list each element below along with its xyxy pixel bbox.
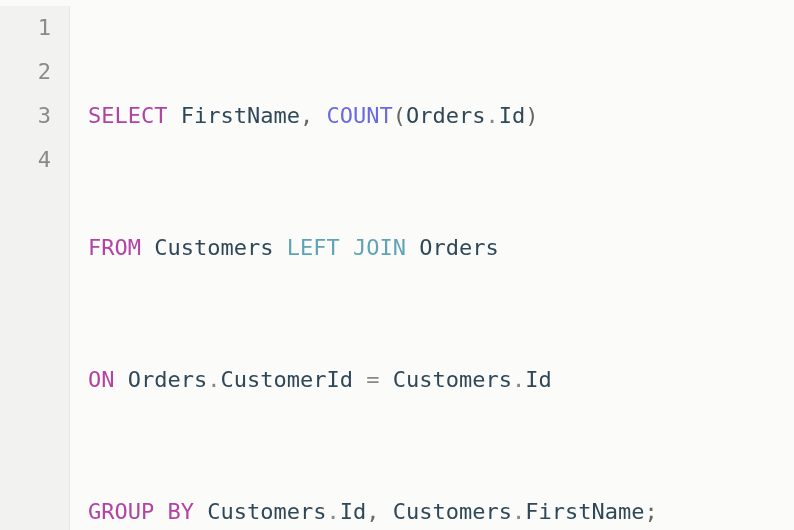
line-number-gutter: 1 2 3 4 [0,6,70,530]
code-line[interactable]: ON Orders.CustomerId = Customers.Id [88,358,794,402]
code-line[interactable]: SELECT FirstName, COUNT(Orders.Id) [88,94,794,138]
code-area[interactable]: SELECT FirstName, COUNT(Orders.Id) FROM … [70,6,794,530]
line-number: 3 [0,94,51,138]
line-number: 1 [0,6,51,50]
code-line[interactable]: GROUP BY Customers.Id, Customers.FirstNa… [88,490,794,530]
line-number: 4 [0,138,51,182]
code-line[interactable]: FROM Customers LEFT JOIN Orders [88,226,794,270]
line-number: 2 [0,50,51,94]
sql-editor[interactable]: 1 2 3 4 SELECT FirstName, COUNT(Orders.I… [0,0,794,530]
